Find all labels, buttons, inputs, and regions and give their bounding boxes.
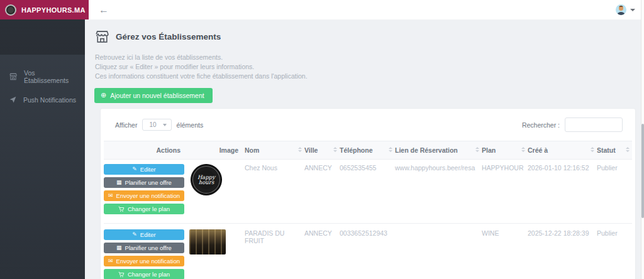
changer-plan-button[interactable]: Changer le plan [104,204,184,214]
table-controls: Afficher 10 éléments Rechercher : [101,109,635,141]
image-cell [187,224,245,279]
edit-icon [132,167,137,172]
header-ville[interactable]: Ville [304,141,340,160]
telephone-cell: 0033652512943 [340,224,395,279]
sidebar-item-label: Vos Établissements [24,69,79,84]
sort-icon[interactable] [475,147,479,152]
brand-header[interactable]: HAPPYHOURS.MA [0,0,89,19]
storefront-icon [94,29,110,45]
show-label: Afficher [115,121,137,129]
telephone-cell: 0652535455 [340,160,395,224]
page-title: Gérez vos Établissements [116,32,221,41]
sidebar-profile [0,19,85,55]
search-control: Rechercher : [522,118,623,132]
topbar: ← [89,0,644,19]
lien-cell: www.happyhours.beer/resa [395,160,482,224]
envelope-icon [108,193,113,199]
cree-a-cell: 2026-01-10 12:16:52 [528,160,597,224]
establishment-logo: Happy hours [191,164,222,195]
chevron-down-icon [630,9,635,11]
sort-icon[interactable] [591,147,594,152]
page-header: Gérez vos Établissements [85,19,644,45]
intro-text: Retrouvez ici la liste de vos établissem… [85,45,644,81]
editer-button[interactable]: Editer [104,164,184,175]
nom-cell: Chez Nous [245,160,304,224]
image-cell: Happy hours [187,160,245,224]
editer-button[interactable]: Editer [104,229,184,240]
brand-name: HAPPYHOURS.MA [21,6,86,14]
plus-circle-icon [101,91,106,99]
sidebar-item-label: Push Notifications [23,96,76,104]
header-image: Image [187,141,245,160]
storefront-icon [9,72,18,81]
header-telephone[interactable]: Téléphone [340,141,395,160]
sort-icon[interactable] [333,147,337,152]
changer-plan-button[interactable]: Changer le plan [104,269,184,279]
add-establishment-label: Ajouter un nouvel établissement [110,92,204,99]
sidebar-item-push-notifications[interactable]: Push Notifications [0,90,85,109]
search-input[interactable] [565,118,623,132]
plan-cell: WINE [482,224,528,279]
statut-cell: Publier [597,160,632,224]
sidebar-item-etablissements[interactable]: Vos Établissements [0,63,85,90]
header-cree-a[interactable]: Créé à [528,141,597,160]
app-window: ← HAPPYHOURS.MA Vos Établissements [0,0,644,279]
back-arrow-icon[interactable]: ← [99,5,109,15]
elements-label: éléments [177,121,204,129]
nom-cell: PARADIS DU FRUIT [245,224,304,279]
intro-line: Retrouvez ici la liste de vos établissem… [95,53,644,62]
envelope-icon [108,258,113,264]
page-length-control: Afficher 10 éléments [115,119,203,131]
plan-cell: HAPPYHOUR [482,160,528,224]
header-plan[interactable]: Plan [482,141,528,160]
actions-cell: Editer Planifier une offre Envoyer une n… [104,160,187,224]
establishments-card: Afficher 10 éléments Rechercher : [101,109,635,279]
scrollbar-thumb[interactable] [641,124,644,218]
establishment-photo [189,229,226,254]
lien-cell [395,224,482,279]
ville-cell: ANNECY [304,160,340,224]
sort-icon[interactable] [626,147,630,152]
envoyer-notification-button[interactable]: Envoyer une notification [104,190,184,201]
calendar-icon [116,245,122,251]
sidebar: Vos Établissements Push Notifications [0,19,85,279]
header-statut[interactable]: Statut [597,141,632,160]
sort-icon[interactable] [521,147,525,152]
header-nom[interactable]: Nom [245,141,304,160]
chevron-down-icon [163,124,167,126]
calendar-icon [116,180,122,185]
sort-icon[interactable] [389,147,392,152]
search-label: Rechercher : [522,121,560,129]
add-establishment-button[interactable]: Ajouter un nouvel établissement [94,88,213,103]
envoyer-notification-button[interactable]: Envoyer une notification [104,256,184,266]
statut-cell: Publier [597,224,632,279]
header-actions: Actions [104,141,187,160]
cart-icon [118,206,125,212]
page-length-select[interactable]: 10 [142,119,171,131]
table-header-row: Actions Image Nom Ville Téléphone Lien d… [104,141,632,160]
intro-line: Cliquez sur « Editer » pour modifier leu… [95,62,644,72]
page-length-value: 10 [149,121,156,128]
planifier-offre-button[interactable]: Planifier une offre [104,177,184,188]
establishments-table: Actions Image Nom Ville Téléphone Lien d… [104,141,632,279]
actions-cell: Editer Planifier une offre Envoyer une n… [104,224,187,279]
sort-icon[interactable] [298,147,302,152]
cart-icon [118,271,125,278]
planifier-offre-button[interactable]: Planifier une offre [104,243,184,253]
send-icon [9,96,17,104]
ville-cell: ANNECY [304,224,340,279]
sidebar-nav: Vos Établissements Push Notifications [0,55,85,109]
user-menu[interactable] [616,4,635,15]
table-row: Editer Planifier une offre Envoyer une n… [104,160,632,224]
intro-line: Ces informations constituent votre fiche… [95,72,644,81]
main-content: Gérez vos Établissements Retrouvez ici l… [85,19,644,279]
cree-a-cell: 2025-12-22 18:28:39 [528,224,597,279]
scrollbar-track[interactable] [641,0,644,279]
brand-logo-icon [5,4,16,16]
table-row: Editer Planifier une offre Envoyer une n… [104,224,632,279]
edit-icon [132,232,137,238]
user-avatar [616,4,626,15]
header-lien[interactable]: Lien de Réservation [395,141,482,160]
